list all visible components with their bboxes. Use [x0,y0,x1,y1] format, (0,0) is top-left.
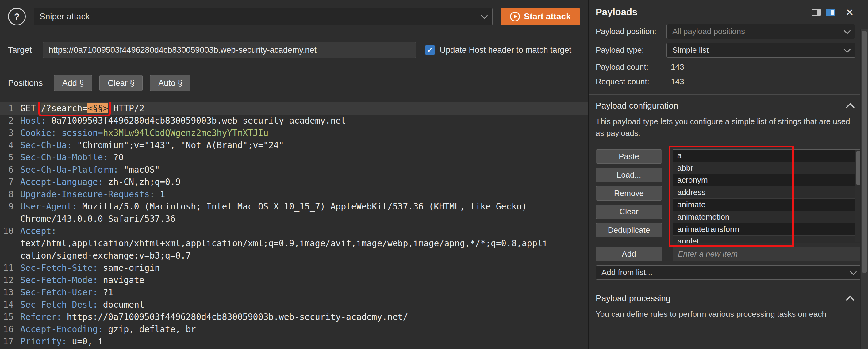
close-icon[interactable]: ✕ [845,7,854,18]
payload-list-item[interactable]: applet [673,235,861,243]
payload-settings: Payload position: All payload positions … [589,22,868,87]
dock-right-icon[interactable] [826,8,835,16]
request-segment: Sec-Fetch-Dest: [20,299,98,310]
add-from-list-select[interactable]: Add from list... [596,265,862,280]
request-line[interactable]: Chrome/143.0.0.0 Safari/537.36 [0,213,588,225]
request-line[interactable]: 7Accept-Language: zh-CN,zh;q=0.9 [0,176,588,188]
request-segment: Referer: [20,312,62,322]
load-button[interactable]: Load... [596,168,662,182]
payload-configuration-section: Payload configuration [589,95,868,111]
request-line[interactable]: 3Cookie: session=hx3MLw94lCbdQWgenz2me3h… [0,127,588,139]
request-line[interactable]: 13Sec-Fetch-User: ?1 [0,286,588,299]
topbar: ? Sniper attack Start attack [0,0,588,33]
request-segment: Accept: [20,226,56,236]
request-line[interactable]: 15Referer: https://0a71009503f4496280d4c… [0,311,588,323]
payload-list-item[interactable]: abbr [673,162,861,174]
request-segment: u=0, i [67,337,103,347]
chevron-down-icon [844,46,851,53]
payload-list-item[interactable]: a [673,150,861,162]
request-segment: navigate [98,275,145,285]
request-segment [56,128,62,138]
section-title: Payload configuration [596,101,678,111]
payload-list[interactable]: aabbracronymaddressanimateanimatemotiona… [673,149,862,243]
start-attack-button[interactable]: Start attack [501,8,580,26]
payload-list-item[interactable]: acronym [673,174,861,187]
add-from-list-value: Add from list... [601,268,652,277]
deduplicate-button[interactable]: Deduplicate [596,223,662,237]
collapse-icon[interactable] [846,296,855,304]
request-line[interactable]: text/html,application/xhtml+xml,applicat… [0,237,588,250]
request-segment: Host: [20,116,46,126]
request-segment: Sec-Fetch-Site: [20,263,98,273]
target-label: Target [8,45,32,55]
target-url-input[interactable]: https://0a71009503f4496280d4cb830059003b… [43,42,416,58]
scrollbar-thumb[interactable] [856,151,860,185]
new-item-input[interactable] [673,247,862,261]
request-line[interactable]: 9User-Agent: Mozilla/5.0 (Macintosh; Int… [0,200,588,213]
payload-list-item[interactable]: address [673,187,861,199]
request-segment: 0a71009503f4496280d4cb830059003b.web-sec… [46,116,346,126]
request-line[interactable]: cation/signed-exchange;v=b3;q=0.7 [0,250,588,262]
line-number [0,213,13,225]
payload-list-item[interactable]: animate [673,199,861,211]
chevron-down-icon [850,268,857,275]
payload-type-select[interactable]: Simple list [666,43,856,58]
request-line[interactable]: 8Upgrade-Insecure-Requests: 1 [0,188,588,200]
payload-type-label: Payload type: [596,45,666,55]
request-line[interactable]: 12Sec-Fetch-Mode: navigate [0,274,588,286]
collapse-icon[interactable] [846,103,855,112]
chevron-down-icon [481,12,488,19]
payload-list-wrap: aabbracronymaddressanimateanimatemotiona… [673,149,862,243]
panel-scrollbar[interactable] [860,29,868,349]
line-number: 15 [0,311,13,323]
scrollbar-thumb[interactable] [862,31,867,273]
request-segment: "macOS" [118,165,160,175]
request-line[interactable]: 2Host: 0a71009503f4496280d4cb830059003b.… [0,115,588,127]
request-line[interactable]: 10Accept: [0,225,588,237]
positions-toolbar: Positions Add § Clear § Auto § [0,58,588,91]
request-line[interactable]: 11Sec-Fetch-Site: same-origin [0,262,588,274]
line-content: Sec-Ch-Ua-Mobile: ?0 [13,152,124,164]
attack-type-value: Sniper attack [39,12,90,22]
add-section-button[interactable]: Add § [54,75,92,91]
request-editor[interactable]: 1GET /?search=<§§> HTTP/22Host: 0a710095… [0,102,588,349]
request-line[interactable]: 5Sec-Ch-Ua-Mobile: ?0 [0,152,588,164]
remove-button[interactable]: Remove [596,186,662,200]
request-segment: text/html,application/xhtml+xml,applicat… [20,238,548,248]
auto-section-button[interactable]: Auto § [150,75,190,91]
line-number: 9 [0,200,13,213]
line-number [0,250,13,262]
request-line[interactable]: 4Sec-Ch-Ua: "Chromium";v="143", "Not A(B… [0,139,588,152]
request-line[interactable]: 17Priority: u=0, i [0,336,588,348]
request-segment: gzip, deflate, br [103,324,196,334]
request-line[interactable]: 1GET /?search=<§§> HTTP/2 [0,102,588,115]
line-number: 5 [0,152,13,164]
request-segment: Mozilla/5.0 (Macintosh; Intel Mac OS X 1… [77,201,527,212]
attack-type-select[interactable]: Sniper attack [34,8,493,26]
line-content: GET /?search=<§§> HTTP/2 [13,102,145,115]
payload-list-item[interactable]: animatetransform [673,223,861,235]
line-content: Accept-Language: zh-CN,zh;q=0.9 [13,176,181,188]
help-icon[interactable]: ? [8,8,26,26]
clear-button[interactable]: Clear [596,204,662,219]
dock-bottom-icon[interactable] [812,8,821,16]
request-line[interactable]: 6Sec-Ch-Ua-Platform: "macOS" [0,164,588,176]
paste-button[interactable]: Paste [596,149,662,164]
request-line[interactable]: 14Sec-Fetch-Dest: document [0,299,588,311]
add-button[interactable]: Add [596,247,662,261]
payload-position-select[interactable]: All payload positions [666,24,856,39]
request-segment: hx3MLw94lCbdQWgenz2me3hyYTmXTJIu [103,128,268,138]
clear-section-button[interactable]: Clear § [99,75,143,91]
update-host-checkbox[interactable]: ✓ [425,45,435,55]
payload-list-item[interactable]: animatemotion [673,211,861,223]
checkmark-icon: ✓ [427,46,433,54]
payload-count-label: Payload count: [596,62,666,72]
request-line[interactable]: 16Accept-Encoding: gzip, deflate, br [0,323,588,336]
request-segment: https://0a71009503f4496280d4cb830059003b… [62,312,408,322]
play-icon [510,12,520,22]
positions-label: Positions [8,78,43,88]
request-segment: Sec-Fetch-Mode: [20,275,98,285]
payload-count-value: 143 [666,61,856,72]
line-number: 8 [0,188,13,200]
request-count-value: 143 [666,76,856,87]
